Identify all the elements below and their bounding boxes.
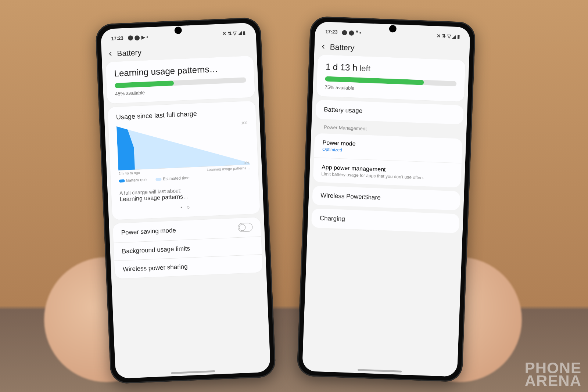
phone-right: 17:23 ⬤ ⬤ ❝ • ✕ ⇅ ▽ ◢ ▮ Battery 1 d 13 h…: [297, 16, 476, 382]
battery-time-suffix: left: [357, 64, 370, 73]
battery-progress-fill: [115, 80, 174, 88]
power-saving-mode-row[interactable]: Power saving mode: [121, 223, 253, 237]
app-power-management-row[interactable]: App power management Limit battery usage…: [313, 157, 462, 187]
power-mode-sublabel: Optimized: [322, 147, 343, 152]
watermark-line2: ARENA: [525, 374, 581, 388]
background-usage-limits-row[interactable]: Background usage limits: [122, 242, 254, 255]
battery-headline: 1 d 13 h left: [325, 61, 457, 77]
power-saving-mode-toggle[interactable]: [238, 223, 253, 232]
phone-left: 17:23 ⬤ ⬤ ▶ • ✕ ⇅ ▽ ◢ ▮ Battery Learning…: [95, 17, 276, 384]
wireless-powershare-card: Wireless PowerShare: [312, 186, 460, 210]
status-left-icons: ⬤ ⬤ ❝ •: [342, 29, 361, 36]
usage-chart-svg: [116, 121, 250, 170]
battery-available-label: 75% available: [325, 84, 456, 95]
usage-card-title: Usage since last full charge: [116, 108, 248, 121]
svg-marker-0: [116, 121, 250, 170]
settings-list: Power saving mode Background usage limit…: [113, 217, 263, 278]
legend-battery-label: Battery use: [126, 177, 147, 183]
wireless-powershare-label: Wireless PowerShare: [320, 192, 381, 201]
divider: [114, 236, 261, 243]
battery-usage-label: Battery usage: [324, 106, 363, 115]
status-time: 17:23: [325, 29, 338, 35]
status-left-icons: ⬤ ⬤ ▶ •: [128, 34, 148, 40]
screen-right: 17:23 ⬤ ⬤ ❝ • ✕ ⇅ ▽ ◢ ▮ Battery 1 d 13 h…: [302, 21, 470, 377]
battery-headline: Learning usage patterns…: [114, 63, 246, 79]
chart-x-start: 2 h 46 m ago: [118, 170, 140, 176]
status-right-icons: ✕ ⇅ ▽ ◢ ▮: [436, 33, 460, 39]
status-right-icons: ✕ ⇅ ▽ ◢ ▮: [222, 30, 245, 36]
page-indicator: • ○: [120, 201, 252, 213]
power-management-card: Power mode Optimized App power managemen…: [313, 133, 463, 187]
divider: [114, 254, 262, 261]
background-usage-limits-label: Background usage limits: [122, 245, 190, 255]
screen-left: 17:23 ⬤ ⬤ ▶ • ✕ ⇅ ▽ ◢ ▮ Battery Learning…: [100, 22, 270, 379]
battery-time-remaining: 1 d 13 h: [325, 61, 358, 72]
usage-chart: 100 0% 2 h 46 m ago Learning usage patte…: [116, 121, 250, 170]
legend-estimated-label: Estimated time: [163, 175, 190, 181]
charging-label: Charging: [319, 215, 345, 223]
wireless-power-sharing-row[interactable]: Wireless power sharing: [123, 260, 255, 273]
chart-x-end: Learning usage patterns…: [207, 166, 250, 172]
wireless-power-sharing-label: Wireless power sharing: [123, 263, 188, 273]
full-charge-estimate: A full charge will last about: Learning …: [119, 184, 251, 203]
status-time: 17:23: [111, 35, 123, 41]
wireless-powershare-row[interactable]: Wireless PowerShare: [312, 186, 460, 210]
chart-y-bottom: 0%: [244, 161, 249, 165]
usage-card[interactable]: Usage since last full charge 100 0% 2 h …: [108, 101, 260, 220]
scroll-area[interactable]: Learning usage patterns… 45% available U…: [102, 55, 270, 379]
legend-swatch-estimated: [155, 178, 161, 181]
page-title: Battery: [330, 43, 354, 53]
charging-card: Charging: [311, 208, 460, 233]
battery-hero-card: 1 d 13 h left 75% available: [316, 55, 466, 102]
page-title: Battery: [117, 48, 142, 58]
back-button[interactable]: [105, 48, 116, 59]
power-saving-mode-label: Power saving mode: [121, 227, 176, 236]
chart-y-top: 100: [241, 121, 247, 125]
chevron-left-icon: [319, 43, 327, 51]
legend-swatch-battery: [119, 179, 125, 183]
battery-usage-row[interactable]: Battery usage: [315, 100, 464, 124]
back-button[interactable]: [318, 42, 329, 52]
scroll-area[interactable]: 1 d 13 h left 75% available Battery usag…: [302, 54, 469, 377]
chevron-left-icon: [107, 50, 114, 58]
battery-hero-card: Learning usage patterns… 45% available: [105, 56, 255, 104]
battery-progress-fill: [325, 76, 424, 85]
charging-row[interactable]: Charging: [311, 208, 460, 233]
watermark: PHONE ARENA: [525, 362, 581, 388]
power-management-header: Power Management: [324, 124, 463, 135]
battery-usage-card: Battery usage: [315, 100, 464, 124]
